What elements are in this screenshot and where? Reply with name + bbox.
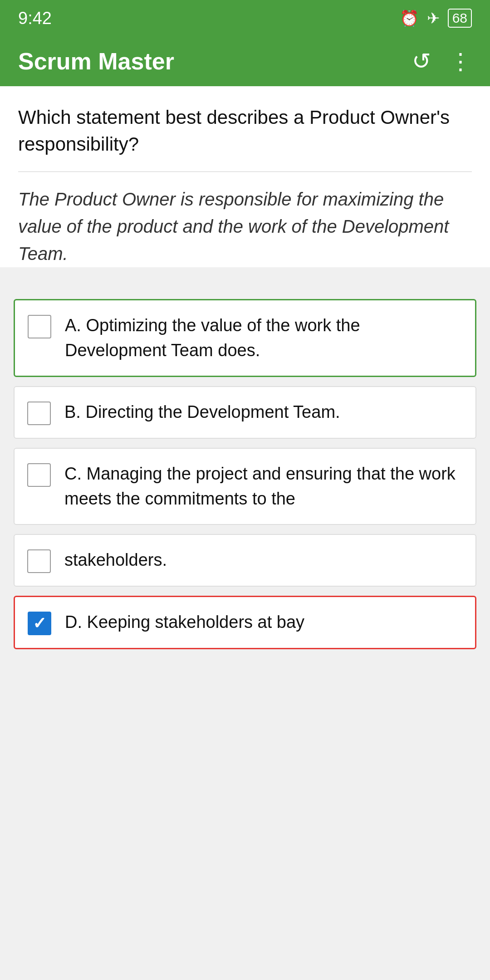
status-time: 9:42 — [18, 9, 52, 28]
checkbox-d[interactable] — [28, 612, 51, 635]
app-bar-actions: ↺ ⋮ — [412, 48, 472, 74]
checkbox-b[interactable] — [27, 402, 51, 425]
gray-spacer — [0, 672, 490, 980]
checkbox-c2[interactable] — [27, 549, 51, 573]
option-c2[interactable]: stakeholders. — [14, 534, 476, 587]
more-options-button[interactable]: ⋮ — [449, 48, 472, 74]
divider — [18, 172, 472, 172]
option-d[interactable]: D. Keeping stakeholders at bay — [14, 596, 476, 649]
status-bar: 9:42 ⏰ ✈ 68 — [0, 0, 490, 36]
app-title: Scrum Master — [18, 48, 174, 75]
status-icons: ⏰ ✈ 68 — [400, 9, 472, 28]
option-b[interactable]: B. Directing the Development Team. — [14, 386, 476, 439]
alarm-icon: ⏰ — [400, 9, 419, 27]
option-d-label: D. Keeping stakeholders at bay — [65, 610, 462, 635]
checkbox-c[interactable] — [27, 463, 51, 487]
option-a[interactable]: A. Optimizing the value of the work the … — [14, 299, 476, 377]
option-b-label: B. Directing the Development Team. — [64, 400, 463, 425]
checkbox-a[interactable] — [28, 315, 51, 338]
content-area: Which statement best describes a Product… — [0, 86, 490, 267]
battery-icon: 68 — [448, 9, 472, 28]
refresh-button[interactable]: ↺ — [412, 48, 431, 74]
app-bar: Scrum Master ↺ ⋮ — [0, 36, 490, 86]
option-c-label: C. Managing the project and ensuring tha… — [64, 461, 463, 511]
option-c2-label: stakeholders. — [64, 548, 463, 573]
airplane-icon: ✈ — [427, 9, 440, 27]
explanation-text: The Product Owner is responsible for max… — [18, 186, 472, 267]
option-a-label: A. Optimizing the value of the work the … — [65, 313, 462, 363]
options-container: A. Optimizing the value of the work the … — [0, 285, 490, 672]
question-text: Which statement best describes a Product… — [18, 104, 472, 158]
option-c[interactable]: C. Managing the project and ensuring tha… — [14, 448, 476, 525]
